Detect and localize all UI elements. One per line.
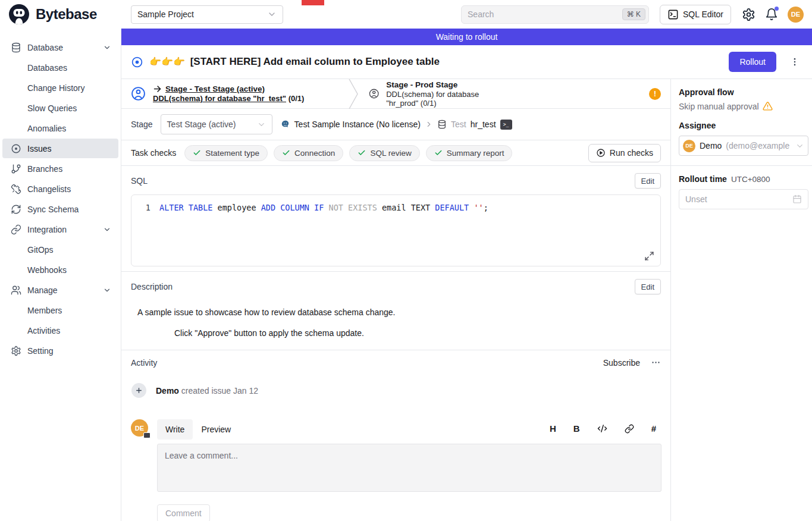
issue-status-icon [131, 56, 143, 68]
sidebar: Database Databases Change History Slow Q… [0, 29, 121, 521]
sidebar-item-slow-queries[interactable]: Slow Queries [2, 98, 118, 118]
stage-pipeline: Stage - Test Stage (active) DDL(schema) … [121, 79, 670, 109]
assignee-label: Assignee [679, 121, 808, 130]
instance-link[interactable]: Test Sample Instance (No license) [294, 120, 421, 129]
sql-code-editor[interactable]: 1 ALTER TABLE employee ADD COLUMN IF NOT… [131, 194, 661, 266]
issue-header: 👉👉👉 [START HERE] Add email column to Emp… [121, 45, 812, 79]
sidebar-item-databases[interactable]: Databases [2, 58, 118, 77]
comment-submit-button[interactable]: Comment [157, 504, 210, 521]
sidebar-item-gitops[interactable]: GitOps [2, 240, 118, 259]
code-format-button[interactable] [597, 423, 607, 434]
branch-icon [11, 164, 21, 174]
play-circle-icon [596, 148, 606, 158]
link-icon [625, 424, 634, 434]
sidebar-item-setting[interactable]: Setting [2, 341, 118, 360]
status-banner: Waiting to rollout [121, 29, 812, 45]
activity-actor: Demo [156, 386, 179, 396]
bold-format-button[interactable]: B [573, 423, 580, 434]
sidebar-item-manage[interactable]: Manage [2, 280, 118, 300]
description-label: Description [131, 282, 173, 291]
check-connection[interactable]: Connection [274, 145, 343, 161]
comment-input[interactable] [157, 444, 661, 492]
check-icon [193, 149, 201, 157]
calendar-icon [792, 194, 802, 204]
stage-card-prod[interactable]: Stage - Prod Stage DDL(schema) for datab… [359, 79, 670, 108]
hash-format-button[interactable]: # [651, 423, 656, 434]
gear-icon [742, 8, 755, 21]
stage-user-icon [131, 86, 146, 101]
sidebar-item-sync-schema[interactable]: Sync Schema [2, 199, 118, 219]
issue-menu-button[interactable] [787, 54, 802, 70]
pointing-emoji: 👉👉👉 [149, 57, 185, 67]
bytebase-logo[interactable]: Bytebase [0, 0, 121, 29]
approval-flow-label: Approval flow [679, 87, 808, 97]
plus-icon [131, 383, 146, 398]
sidebar-item-changelists[interactable]: Changelists [2, 179, 118, 199]
stage-select[interactable]: Test Stage (active) [161, 114, 272, 134]
tab-write[interactable]: Write [157, 419, 193, 440]
activity-description: created issue Jan 12 [179, 386, 258, 396]
activity-menu-button[interactable] [651, 357, 661, 368]
users-icon [11, 285, 21, 296]
bytebase-app: Bytebase Sample Project ⌘ K SQL Editor [0, 0, 812, 521]
sidebar-item-database[interactable]: Database [2, 37, 118, 57]
check-statement-type[interactable]: Statement type [184, 145, 268, 161]
database-link[interactable]: hr_test [471, 120, 496, 129]
settings-button[interactable] [742, 8, 755, 21]
assignee-select[interactable]: DE Demo (demo@example [679, 136, 808, 156]
sidebar-item-webhooks[interactable]: Webhooks [2, 260, 118, 280]
database-icon [11, 42, 21, 53]
sidebar-item-anomalies[interactable]: Anomalies [2, 118, 118, 138]
sidebar-item-activities[interactable]: Activities [2, 321, 118, 340]
expand-editor-button[interactable] [644, 251, 654, 261]
stage-card-test[interactable]: Stage - Test Stage (active) DDL(schema) … [121, 79, 349, 108]
check-sql-review[interactable]: SQL review [349, 145, 419, 161]
rollout-time-input[interactable]: Unset [679, 189, 808, 209]
check-summary-report[interactable]: Summary report [426, 145, 513, 161]
tab-preview[interactable]: Preview [193, 419, 239, 440]
open-sql-editor-icon[interactable]: >_ [500, 120, 512, 130]
project-select[interactable]: Sample Project [131, 5, 283, 24]
database-icon [437, 120, 447, 129]
sql-section: SQL Edit 1 ALTER TABLE employee ADD COLU… [121, 166, 670, 272]
stage-user-icon [369, 86, 379, 101]
arrow-right-icon [153, 84, 162, 93]
sidebar-item-issues[interactable]: Issues [2, 139, 118, 158]
notifications-button[interactable] [765, 8, 778, 21]
check-icon [282, 149, 290, 157]
pencil-ruler-icon [11, 184, 21, 194]
sql-edit-button[interactable]: Edit [635, 173, 661, 189]
postgres-icon [280, 120, 290, 130]
stage-separator [349, 79, 359, 108]
rollout-button[interactable]: Rollout [729, 52, 776, 72]
search-input[interactable] [468, 10, 622, 19]
ellipsis-icon [651, 357, 661, 368]
sidebar-item-change-history[interactable]: Change History [2, 78, 118, 98]
search-box[interactable]: ⌘ K [461, 5, 649, 24]
project-select-value: Sample Project [137, 10, 194, 19]
user-avatar[interactable]: DE [788, 7, 804, 23]
issue-sidebar: Approval flow Skip manual approval Assig… [671, 79, 812, 521]
description-edit-button[interactable]: Edit [635, 279, 661, 294]
approval-flow-value: Skip manual approval [679, 102, 759, 111]
task-checks-bar: Task checks Statement type Connection SQ… [121, 140, 670, 166]
run-checks-button[interactable]: Run checks [588, 144, 661, 162]
link-format-button[interactable] [625, 424, 634, 434]
warning-triangle-icon [763, 101, 773, 111]
sql-editor-button[interactable]: SQL Editor [660, 5, 731, 24]
chevron-down-icon [795, 142, 804, 150]
sidebar-item-integration[interactable]: Integration [2, 219, 118, 239]
sidebar-item-branches[interactable]: Branches [2, 159, 118, 178]
stage-bar: Stage Test Stage (active) Test Sample In… [121, 109, 670, 140]
gear-icon [11, 346, 21, 356]
heading-format-button[interactable]: H [550, 423, 556, 434]
sidebar-item-members[interactable]: Members [2, 300, 118, 320]
description-text: A sample issue to showcase how to review… [137, 307, 661, 317]
issue-title: 👉👉👉 [START HERE] Add email column to Emp… [149, 56, 723, 68]
subscribe-button[interactable]: Subscribe [603, 358, 640, 368]
stage-label: Stage [131, 120, 153, 129]
divider [671, 165, 812, 166]
timezone-label: UTC+0800 [731, 175, 770, 184]
environment-label: Test [451, 120, 466, 129]
search-shortcut-kbd: ⌘ K [622, 8, 645, 20]
